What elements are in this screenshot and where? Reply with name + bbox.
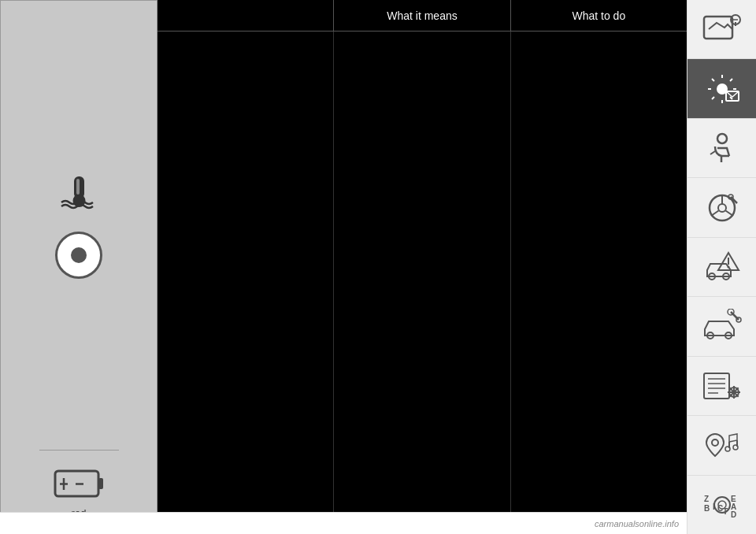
- main-layout: red What it means What to do: [0, 0, 756, 534]
- svg-line-28: [725, 210, 733, 216]
- bottom-bar: carmanualsonline.info: [0, 512, 687, 534]
- right-sidebar: Z B I C T E A D: [687, 0, 756, 534]
- svg-line-20: [712, 97, 714, 99]
- svg-line-23: [710, 151, 715, 154]
- sidebar-btn-steering-wheel[interactable]: [687, 178, 756, 237]
- svg-text:B: B: [704, 504, 710, 513]
- circle-dot-inner: [71, 247, 87, 263]
- svg-rect-4: [98, 478, 103, 489]
- content-col1: [158, 32, 334, 534]
- icon-column: red: [0, 0, 158, 534]
- header-col2: What it means: [334, 0, 510, 31]
- sidebar-btn-index[interactable]: Z B I C T E A D: [687, 476, 756, 534]
- svg-point-35: [727, 265, 729, 268]
- svg-rect-2: [76, 179, 80, 195]
- svg-rect-41: [704, 373, 729, 399]
- sidebar-btn-car-maintenance[interactable]: [687, 297, 756, 356]
- header-row: What it means What to do: [158, 0, 687, 32]
- sidebar-btn-warning-light[interactable]: [687, 59, 756, 118]
- temperature-warning-icon: [57, 172, 101, 216]
- svg-line-19: [730, 79, 732, 81]
- svg-point-1: [72, 195, 85, 207]
- svg-line-17: [712, 79, 714, 81]
- svg-text:Z: Z: [704, 495, 709, 503]
- svg-text:D: D: [731, 510, 736, 519]
- watermark-text: carmanualsonline.info: [595, 519, 679, 528]
- center-content: What it means What to do: [158, 0, 687, 534]
- svg-rect-8: [704, 17, 732, 39]
- content-area: [158, 32, 687, 534]
- svg-point-22: [717, 134, 727, 143]
- sidebar-btn-settings-list[interactable]: [687, 357, 756, 416]
- svg-point-25: [718, 204, 726, 212]
- header-col1: [158, 0, 334, 31]
- svg-line-27: [711, 210, 719, 216]
- icon-section-top: [39, 1, 118, 450]
- svg-line-38: [731, 312, 739, 320]
- content-col2: [334, 32, 510, 534]
- sidebar-btn-person-seat[interactable]: [687, 119, 756, 178]
- svg-point-56: [733, 445, 738, 450]
- content-col3: [511, 32, 687, 534]
- svg-point-52: [712, 439, 718, 446]
- battery-icon: red: [54, 465, 105, 519]
- circle-dot-icon: [55, 232, 102, 279]
- header-col3: What to do: [511, 0, 687, 31]
- sidebar-btn-car-warning[interactable]: [687, 238, 756, 297]
- sidebar-btn-car-info[interactable]: [687, 0, 756, 59]
- svg-point-55: [725, 447, 730, 451]
- sidebar-btn-navigation-music[interactable]: [687, 416, 756, 475]
